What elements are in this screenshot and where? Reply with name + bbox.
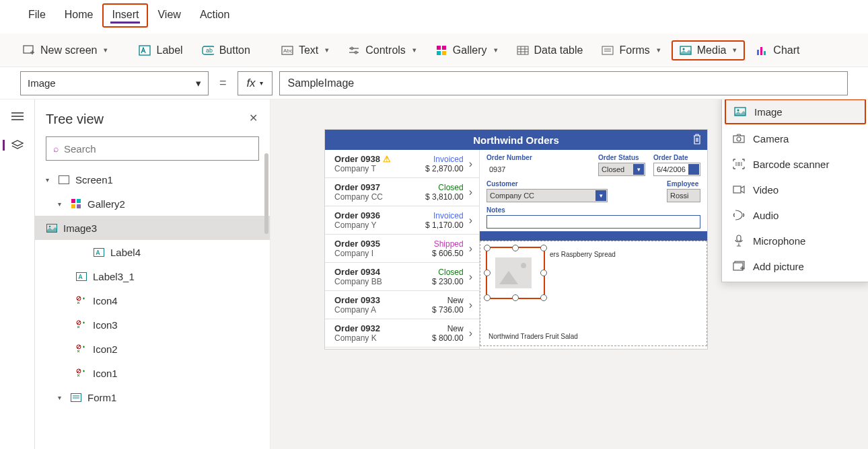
card-title: Northwind Orders	[473, 134, 559, 146]
media-item-label: Camera	[753, 133, 789, 145]
data-table-label: Data table	[534, 44, 583, 56]
svg-point-53	[737, 110, 739, 112]
tree-node-label3-1[interactable]: Label3_1	[46, 264, 259, 288]
field-label: Employee	[667, 180, 700, 188]
data-table-button[interactable]: Data table	[509, 40, 591, 60]
chevron-right-icon: ›	[469, 271, 472, 283]
tree-label: Icon4	[93, 295, 118, 307]
order-list-item[interactable]: Order 0938 ⚠Company TInvoiced$ 2,870.00›	[325, 150, 479, 178]
tree-node-icon2[interactable]: Icon2	[46, 337, 259, 361]
forms-label: Forms	[619, 44, 649, 56]
section-divider	[480, 231, 707, 241]
microphone-icon	[733, 235, 745, 247]
formula-bar: Image ▾ = fx▾ SampleImage	[0, 67, 868, 99]
icon-control-icon	[75, 319, 87, 331]
hamburger-icon[interactable]	[11, 112, 24, 121]
menu-file[interactable]: File	[19, 3, 55, 28]
fx-button[interactable]: fx▾	[238, 71, 273, 95]
forms-button[interactable]: Forms ▾	[593, 40, 668, 60]
chart-icon	[756, 44, 768, 56]
gallery-icon	[70, 198, 82, 210]
tree-search[interactable]: ⌕	[46, 136, 259, 161]
tree-scrollbar[interactable]	[264, 153, 268, 234]
gallery-button[interactable]: Gallery ▾	[427, 40, 506, 60]
product-caption-2: Northwind Traders Fruit Salad	[489, 333, 701, 340]
video-icon	[733, 183, 745, 196]
tree-node-icon4[interactable]: Icon4	[46, 288, 259, 313]
employee-field[interactable]: Rossi	[667, 189, 700, 202]
controls-button[interactable]: Controls ▾	[340, 40, 425, 60]
order-list[interactable]: Order 0938 ⚠Company TInvoiced$ 2,870.00›…	[325, 150, 480, 349]
media-item-add-picture[interactable]: Add picture	[722, 253, 868, 279]
menu-view[interactable]: View	[148, 3, 190, 28]
chevron-right-icon: ›	[469, 299, 472, 311]
tree-node-gallery2[interactable]: ▾Gallery2	[46, 192, 259, 216]
tree-search-input[interactable]	[64, 143, 252, 155]
text-button[interactable]: Abc Text ▾	[273, 40, 337, 60]
media-item-label: Add picture	[753, 261, 804, 272]
chevron-right-icon: ›	[469, 158, 472, 170]
media-button[interactable]: Media ▾	[672, 40, 746, 60]
tree-label: Icon1	[93, 368, 118, 379]
layers-icon[interactable]	[3, 140, 24, 151]
menu-action[interactable]: Action	[190, 3, 239, 28]
image-control-selected[interactable]	[486, 247, 545, 299]
screen-plus-icon	[23, 44, 35, 56]
order-list-item[interactable]: Order 0936Company YInvoiced$ 1,170.00›	[325, 206, 479, 235]
svg-rect-36	[77, 204, 81, 208]
order-list-item[interactable]: Order 0934Company BBClosed$ 230.00›	[325, 263, 479, 291]
svg-rect-32	[59, 175, 69, 183]
tree-node-form1[interactable]: ▾Form1	[46, 385, 259, 409]
tree-node-label4[interactable]: Label4	[46, 240, 259, 264]
tree-node-icon1[interactable]: Icon1	[46, 361, 259, 385]
media-item-microphone[interactable]: Microphone	[722, 228, 868, 253]
button-button[interactable]: ab Button	[194, 40, 258, 60]
equals-sign: =	[215, 76, 231, 90]
tree-node-screen1[interactable]: ▾Screen1	[46, 167, 259, 192]
formula-input[interactable]: SampleImage	[279, 71, 848, 95]
field-label: Order Date	[653, 154, 700, 161]
order-status-combo[interactable]: Closed▾	[598, 163, 645, 176]
canvas[interactable]: Northwind Orders Order 0938 ⚠Company TIn…	[270, 99, 868, 449]
media-item-audio[interactable]: Audio	[722, 202, 868, 228]
order-list-item[interactable]: Order 0937Company CCClosed$ 3,810.00›	[325, 178, 479, 206]
menu-home[interactable]: Home	[55, 3, 103, 28]
menu-insert[interactable]: Insert	[102, 3, 148, 28]
chevron-down-icon: ▾	[104, 46, 108, 54]
field-label: Order Status	[598, 154, 645, 161]
order-list-item[interactable]: Order 0932Company KNew$ 800.00›	[325, 319, 479, 348]
svg-rect-21	[602, 46, 613, 54]
close-icon[interactable]: ✕	[249, 112, 258, 124]
chevron-right-icon: ›	[469, 327, 472, 339]
media-item-barcode[interactable]: Barcode scanner	[722, 151, 868, 177]
svg-text:ab: ab	[206, 47, 213, 54]
tree-label: Gallery2	[87, 198, 125, 210]
media-item-camera[interactable]: Camera	[722, 126, 868, 151]
customer-combo[interactable]: Company CC▾	[486, 189, 608, 202]
property-selector[interactable]: Image ▾	[20, 71, 209, 95]
label-icon	[139, 44, 151, 56]
icon-control-icon	[75, 343, 87, 355]
order-list-item[interactable]: Order 0933Company ANew$ 736.00›	[325, 291, 479, 319]
label-button[interactable]: Label	[131, 40, 190, 60]
icon-control-icon	[75, 367, 87, 379]
button-label: Button	[219, 44, 250, 56]
svg-rect-33	[71, 199, 75, 203]
svg-rect-28	[764, 51, 766, 55]
svg-point-38	[49, 225, 50, 227]
tree-node-icon3[interactable]: Icon3	[46, 313, 259, 337]
tree-node-image3[interactable]: Image3	[35, 216, 270, 240]
trash-icon[interactable]	[692, 134, 702, 145]
selection-handles[interactable]	[487, 248, 544, 298]
charts-button[interactable]: Chart	[748, 40, 807, 60]
label-label: Label	[156, 44, 182, 56]
notes-input[interactable]	[486, 215, 700, 229]
media-item-image[interactable]: Image	[725, 99, 866, 124]
media-item-video[interactable]: Video	[722, 177, 868, 202]
text-icon: Abc	[281, 44, 293, 56]
order-list-item[interactable]: Order 0935Company IShipped$ 606.50›	[325, 235, 479, 263]
order-date-picker[interactable]: 6/4/2006	[653, 163, 700, 176]
new-screen-button[interactable]: New screen ▾	[15, 40, 116, 60]
svg-rect-12	[437, 46, 441, 50]
top-menu-bar: File Home Insert View Action	[0, 0, 868, 34]
